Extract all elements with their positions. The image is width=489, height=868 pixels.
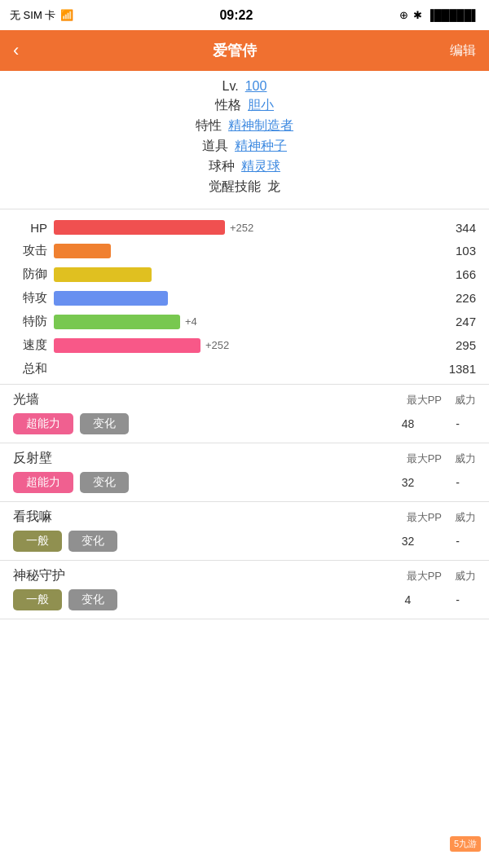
- move-pp-power-labels: 最大PP 威力: [407, 510, 476, 525]
- move-pp-values: 4 -: [390, 593, 476, 606]
- stat-bar: [54, 338, 200, 353]
- stat-bar-area: +252: [54, 338, 433, 353]
- max-pp-label: 最大PP: [407, 452, 442, 466]
- back-button[interactable]: ‹: [13, 40, 19, 61]
- move-pp-values: 32 -: [390, 535, 476, 548]
- status-left: 无 SIM 卡 📶: [10, 8, 73, 23]
- type-badge[interactable]: 一般: [13, 589, 62, 610]
- awakening-row: 觉醒技能 龙: [24, 178, 465, 196]
- move-pp-power-labels: 最大PP 威力: [407, 569, 476, 584]
- stat-row: 攻击 103: [0, 239, 489, 262]
- stat-bar: [54, 220, 225, 235]
- ability-label: 特性: [196, 117, 222, 134]
- nature-value[interactable]: 胆小: [248, 97, 274, 114]
- awakening-label: 觉醒技能: [209, 178, 261, 196]
- move-pp-power-labels: 最大PP 威力: [407, 452, 476, 466]
- move-item: 神秘守护 最大PP 威力 一般 变化 4 -: [0, 561, 489, 619]
- stat-total: 295: [439, 338, 476, 352]
- lock-icon: ⊕: [399, 9, 408, 21]
- stat-name: 防御: [13, 267, 47, 282]
- change-badge[interactable]: 变化: [68, 531, 117, 552]
- item-row: 道具 精神种子: [24, 138, 465, 155]
- move-pp-values: 48 -: [390, 417, 476, 430]
- change-badge[interactable]: 变化: [68, 589, 117, 610]
- ability-row: 特性 精神制造者: [24, 117, 465, 134]
- move-item: 光墙 最大PP 威力 超能力 变化 48 -: [0, 385, 489, 443]
- max-pp-value: 32: [390, 476, 426, 489]
- power-value: -: [439, 535, 476, 548]
- stat-row: HP +252 344: [0, 216, 489, 239]
- edit-button[interactable]: 编辑: [450, 42, 476, 59]
- change-badge[interactable]: 变化: [80, 472, 129, 493]
- move-header: 神秘守护 最大PP 威力: [13, 567, 476, 584]
- nature-row: 性格 胆小: [24, 97, 465, 114]
- move-item: 反射壁 最大PP 威力 超能力 变化 32 -: [0, 443, 489, 502]
- move-name: 神秘守护: [13, 567, 65, 584]
- stat-bar-area: +4: [54, 315, 433, 329]
- total-row: 总和 1381: [0, 357, 489, 381]
- stat-name: 特防: [13, 314, 47, 329]
- ability-value[interactable]: 精神制造者: [228, 117, 293, 134]
- type-badge[interactable]: 一般: [13, 531, 62, 552]
- stat-name: HP: [13, 221, 47, 235]
- move-name: 反射壁: [13, 450, 52, 467]
- stat-bar-area: +252: [54, 220, 433, 235]
- move-meta: 超能力 变化 32 -: [13, 472, 476, 493]
- stat-row: 特防 +4 247: [0, 310, 489, 333]
- status-bar: 无 SIM 卡 📶 09:22 ⊕ ✱ ▐█████▌: [0, 0, 489, 30]
- max-pp-label: 最大PP: [407, 510, 442, 525]
- bluetooth-icon: ✱: [413, 9, 422, 21]
- stat-bar-area: [54, 291, 433, 306]
- stat-total: 344: [439, 221, 476, 235]
- level-label: Lv.: [222, 79, 239, 94]
- power-label: 威力: [455, 510, 476, 525]
- level-value[interactable]: 100: [245, 79, 267, 94]
- ball-value[interactable]: 精灵球: [241, 158, 280, 175]
- change-badge[interactable]: 变化: [80, 413, 129, 434]
- type-badge[interactable]: 超能力: [13, 413, 73, 434]
- max-pp-value: 32: [390, 535, 426, 548]
- stat-row: 速度 +252 295: [0, 333, 489, 357]
- stat-total: 226: [439, 291, 476, 305]
- move-badges: 超能力 变化: [13, 413, 129, 434]
- move-meta: 一般 变化 4 -: [13, 589, 476, 610]
- stat-name: 特攻: [13, 290, 47, 306]
- move-badges: 一般 变化: [13, 531, 117, 552]
- move-pp-values: 32 -: [390, 476, 476, 489]
- item-value[interactable]: 精神种子: [235, 138, 287, 155]
- pokemon-info: Lv. 100 性格 胆小 特性 精神制造者 道具 精神种子 球种 精灵球 觉醒…: [0, 71, 489, 209]
- wifi-icon: 📶: [60, 9, 73, 21]
- move-meta: 一般 变化 32 -: [13, 531, 476, 552]
- stat-row: 特攻 226: [0, 286, 489, 310]
- stat-ev: +252: [230, 222, 253, 234]
- stat-bar: [54, 291, 168, 306]
- power-label: 威力: [455, 569, 476, 584]
- move-pp-power-labels: 最大PP 威力: [407, 393, 476, 408]
- no-sim-text: 无 SIM 卡: [10, 8, 55, 23]
- max-pp-label: 最大PP: [407, 569, 442, 584]
- move-header: 反射壁 最大PP 威力: [13, 450, 476, 467]
- move-badges: 一般 变化: [13, 589, 117, 610]
- page-title: 爱管侍: [213, 41, 257, 60]
- awakening-value: 龙: [267, 178, 280, 196]
- stat-bar: [54, 315, 180, 329]
- stat-bar: [54, 267, 152, 282]
- move-item: 看我嘛 最大PP 威力 一般 变化 32 -: [0, 502, 489, 561]
- power-value: -: [439, 417, 476, 430]
- type-badge[interactable]: 超能力: [13, 472, 73, 493]
- max-pp-value: 48: [390, 417, 426, 430]
- stat-ev: +4: [185, 315, 197, 328]
- move-badges: 超能力 变化: [13, 472, 129, 493]
- status-right: ⊕ ✱ ▐█████▌: [399, 9, 479, 21]
- nature-label: 性格: [215, 97, 241, 114]
- stat-bar-area: [54, 244, 433, 258]
- battery-icon: ▐█████▌: [427, 9, 479, 21]
- move-name: 光墙: [13, 391, 39, 408]
- main-content: Lv. 100 性格 胆小 特性 精神制造者 道具 精神种子 球种 精灵球 觉醒…: [0, 71, 489, 619]
- move-header: 看我嘛 最大PP 威力: [13, 509, 476, 526]
- total-label: 总和: [13, 361, 47, 377]
- max-pp-label: 最大PP: [407, 393, 442, 408]
- power-label: 威力: [455, 393, 476, 408]
- stat-row: 防御 166: [0, 262, 489, 286]
- level-row: Lv. 100: [24, 79, 465, 94]
